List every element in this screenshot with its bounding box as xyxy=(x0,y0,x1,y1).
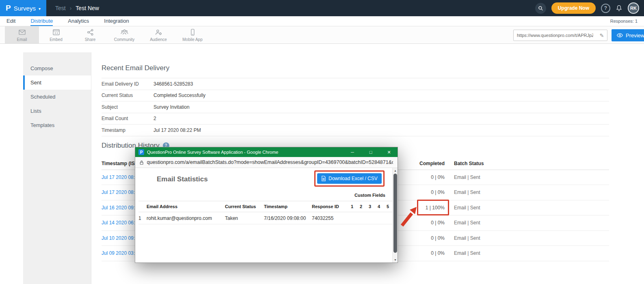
channel-email[interactable]: Email xyxy=(5,26,39,43)
share-icon xyxy=(86,28,94,36)
scrollbar-thumb[interactable] xyxy=(393,174,397,253)
recent-delivery-table: Email Delivery ID 3468561-5285283 Curren… xyxy=(102,78,609,136)
sidebar-item-lists[interactable]: Lists xyxy=(23,104,91,118)
col-timestamp: Timestamp xyxy=(264,204,312,209)
caret-down-icon: ▾ xyxy=(39,6,41,11)
channel-mobile-app[interactable]: Mobile App xyxy=(175,26,210,43)
embed-icon xyxy=(52,28,60,36)
detail-label: Subject xyxy=(102,104,153,110)
history-completed: 0 | 0% xyxy=(390,235,451,241)
detail-value: Survey Invitation xyxy=(153,104,190,110)
table-row: Subject Survey Invitation xyxy=(102,101,609,113)
detail-value: Jul 17 2020 08:22 PM xyxy=(153,127,201,133)
col-custom-1: 1 xyxy=(348,204,357,209)
history-batch-status: Email | Sent xyxy=(451,174,609,180)
history-completed: 0 | 0% xyxy=(390,220,451,226)
detail-label: Email Delivery ID xyxy=(102,81,153,87)
preview-button-label: Preview xyxy=(626,32,644,39)
download-excel-csv-button[interactable]: Download Excel / CSV xyxy=(317,173,382,184)
sidebar-item-templates[interactable]: Templates xyxy=(23,118,91,132)
survey-nav-tabs: Edit Distribute Analytics Integration Re… xyxy=(0,16,644,26)
window-minimize-button[interactable]: ─ xyxy=(345,147,360,157)
distribution-toolbar: Email Embed Share Community Audience Mob… xyxy=(0,26,644,44)
table-row: 1 rohit.kumar@questionpro.com Taken 7/16… xyxy=(138,212,393,224)
survey-url-input[interactable] xyxy=(514,33,596,38)
col-custom-2: 2 xyxy=(357,204,365,209)
email-sidebar: Compose Sent Scheduled Lists Templates xyxy=(23,52,91,284)
lock-icon xyxy=(140,160,144,165)
table-row: Current Status Completed Successfully xyxy=(102,90,609,102)
search-button[interactable] xyxy=(535,3,546,14)
col-batch-status: Batch Status xyxy=(451,161,609,166)
popup-address-bar[interactable]: questionpro.com/a/emailBatchStats.do?mod… xyxy=(135,157,398,168)
breadcrumb-separator-icon: › xyxy=(70,5,72,11)
help-button[interactable]: ? xyxy=(601,4,610,13)
detail-value: Completed Successfully xyxy=(153,93,205,98)
col-current-status: Current Status xyxy=(225,204,264,209)
channel-embed[interactable]: Embed xyxy=(39,26,73,43)
search-icon xyxy=(538,6,543,11)
channel-label: Share xyxy=(85,37,96,42)
questionpro-favicon: P xyxy=(138,149,144,155)
row-email: rohit.kumar@questionpro.com xyxy=(147,215,225,221)
col-custom-4: 4 xyxy=(374,204,383,209)
window-close-button[interactable]: ✕ xyxy=(381,147,397,157)
channel-community[interactable]: Community xyxy=(107,26,141,43)
popup-body: Email Statistics Download Excel / CSV Cu… xyxy=(135,168,398,262)
popup-window-title: QuestionPro Online Survey Software Appli… xyxy=(147,150,342,155)
upgrade-now-button[interactable]: Upgrade Now xyxy=(551,2,596,14)
preview-button[interactable]: Preview xyxy=(612,29,644,41)
annotation-box-download: Download Excel / CSV xyxy=(314,170,385,187)
row-response-id: 74032255 xyxy=(312,215,348,221)
breadcrumb: Test › Test New xyxy=(55,5,99,11)
row-timestamp: 7/16/2020 09:08:00 xyxy=(264,215,312,221)
history-batch-status: Email | Sent xyxy=(451,189,609,195)
detail-label: Current Status xyxy=(102,93,153,98)
detail-value: 2 xyxy=(153,116,156,121)
channel-share[interactable]: Share xyxy=(73,26,107,43)
history-batch-status: Email | Sent xyxy=(451,220,609,226)
history-completed: 0 | 0% xyxy=(390,250,451,256)
recent-delivery-title: Recent Email Delivery xyxy=(102,64,644,72)
history-batch-status: Email | Sent xyxy=(451,250,609,256)
audience-icon xyxy=(155,28,162,36)
history-completed-highlighted: 1 | 100% xyxy=(390,205,451,211)
sidebar-item-compose[interactable]: Compose xyxy=(23,61,91,75)
tab-integration[interactable]: Integration xyxy=(104,16,129,26)
history-batch-status: Email | Sent xyxy=(451,235,609,241)
surveys-menu-label: Surveys xyxy=(14,5,36,12)
scroll-up-icon[interactable]: ▲ xyxy=(393,168,398,173)
channel-audience[interactable]: Audience xyxy=(141,26,175,43)
channel-label: Audience xyxy=(150,37,167,42)
user-avatar[interactable]: RK xyxy=(628,2,639,14)
tab-distribute[interactable]: Distribute xyxy=(30,16,53,26)
spreadsheet-icon xyxy=(321,176,326,181)
table-row: Email Count 2 xyxy=(102,113,609,125)
email-statistics-title: Email Statistics xyxy=(157,175,208,183)
popup-titlebar[interactable]: P QuestionPro Online Survey Software App… xyxy=(135,147,398,157)
eye-icon xyxy=(617,33,623,38)
email-statistics-table: Email Address Current Status Timestamp R… xyxy=(138,201,393,224)
window-maximize-button[interactable]: □ xyxy=(363,147,378,157)
tab-edit[interactable]: Edit xyxy=(6,16,15,26)
channel-label: Embed xyxy=(50,37,63,42)
breadcrumb-folder[interactable]: Test xyxy=(55,5,66,11)
table-row: Timestamp Jul 17 2020 08:22 PM xyxy=(102,125,609,136)
scroll-down-icon[interactable]: ▼ xyxy=(393,257,398,262)
sidebar-item-sent[interactable]: Sent xyxy=(23,75,91,90)
sidebar-item-scheduled[interactable]: Scheduled xyxy=(23,90,91,104)
edit-url-icon[interactable]: ✎ xyxy=(596,32,607,39)
channel-label: Community xyxy=(114,37,135,42)
tab-analytics[interactable]: Analytics xyxy=(68,16,89,26)
mobile-app-icon xyxy=(189,28,197,36)
popup-scrollbar[interactable]: ▲ ▼ xyxy=(392,168,398,262)
stats-header-row: Email Address Current Status Timestamp R… xyxy=(138,201,393,212)
surveys-menu[interactable]: P Surveys ▾ xyxy=(0,0,46,16)
detail-label: Email Count xyxy=(102,116,153,121)
email-statistics-window: P QuestionPro Online Survey Software App… xyxy=(135,147,398,263)
community-icon xyxy=(121,28,128,36)
custom-fields-label: Custom Fields xyxy=(346,193,394,198)
col-completed: Completed xyxy=(390,161,451,166)
responses-count[interactable]: Responses: 1 xyxy=(610,16,638,26)
notifications-button[interactable] xyxy=(616,4,622,12)
